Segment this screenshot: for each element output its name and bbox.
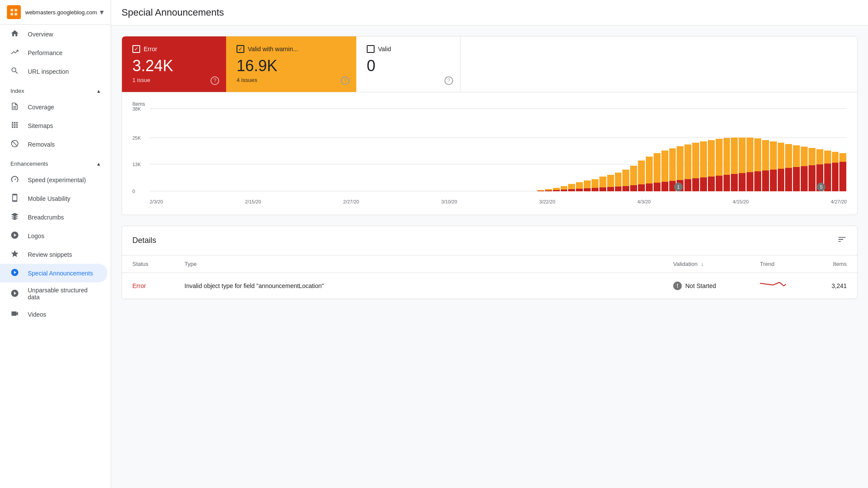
bar-error bbox=[622, 186, 629, 191]
x-label-7: 4/15/20 bbox=[733, 199, 749, 204]
sidebar-item-unparsable[interactable]: Unparsable structured data bbox=[0, 282, 107, 305]
bar-warning bbox=[630, 166, 637, 185]
bar-group bbox=[762, 109, 769, 191]
row-status: Error bbox=[132, 282, 184, 289]
valid-help-icon[interactable]: ? bbox=[444, 76, 453, 85]
bar-group bbox=[793, 109, 800, 191]
bar-error bbox=[770, 170, 777, 191]
sidebar-label-performance: Performance bbox=[28, 49, 62, 56]
bar-group bbox=[537, 109, 544, 191]
x-label-6: 4/3/20 bbox=[638, 199, 651, 204]
valid-card[interactable]: Valid 0 ? bbox=[356, 36, 460, 92]
row-trend bbox=[760, 280, 812, 291]
bar-group bbox=[529, 109, 536, 191]
bar-group bbox=[770, 109, 777, 191]
bar-group bbox=[398, 109, 405, 191]
error-card[interactable]: Error 3.24K 1 issue ? bbox=[122, 36, 226, 92]
sidebar-label-mobile-usability: Mobile Usability bbox=[28, 195, 70, 202]
bar-group bbox=[778, 109, 785, 191]
bar-warning bbox=[746, 138, 753, 172]
sidebar-item-speed[interactable]: Speed (experimental) bbox=[0, 170, 107, 189]
bar-warning bbox=[839, 153, 846, 162]
bar-group bbox=[212, 109, 219, 191]
bar-group bbox=[405, 109, 412, 191]
bar-error bbox=[708, 177, 715, 191]
bar-group bbox=[607, 109, 614, 191]
filter-icon[interactable] bbox=[837, 235, 847, 246]
sidebar-item-removals[interactable]: Removals bbox=[0, 135, 107, 154]
svg-rect-0 bbox=[11, 9, 13, 12]
bar-warning bbox=[622, 170, 629, 186]
bar-error bbox=[809, 165, 815, 191]
sidebar-item-review-snippets[interactable]: Review snippets bbox=[0, 245, 107, 264]
bar-group bbox=[150, 109, 157, 191]
warning-card[interactable]: Valid with warnin... 16.9K 4 issues ? bbox=[226, 36, 356, 92]
bar-group bbox=[429, 109, 436, 191]
error-label: Error bbox=[132, 45, 216, 53]
sidebar-item-coverage[interactable]: Coverage bbox=[0, 98, 107, 116]
sidebar-item-sitemaps[interactable]: Sitemaps bbox=[0, 116, 107, 135]
bar-group bbox=[235, 109, 242, 191]
bar-group bbox=[243, 109, 250, 191]
warning-help-icon[interactable]: ? bbox=[341, 76, 349, 85]
sidebar-item-url-inspection[interactable]: URL inspection bbox=[0, 62, 107, 81]
sidebar-item-logos[interactable]: Logos bbox=[0, 226, 107, 245]
sidebar: webmasters.googleblog.com ▾ Overview Per… bbox=[0, 0, 111, 488]
x-label-4: 3/10/20 bbox=[441, 199, 457, 204]
section-enhancements-label: Enhancements bbox=[10, 160, 48, 167]
status-cards: Error 3.24K 1 issue ? Valid with warnin.… bbox=[122, 36, 858, 92]
chart-spacer bbox=[460, 36, 857, 92]
bar-warning bbox=[584, 180, 591, 188]
section-enhancements[interactable]: Enhancements ▴ bbox=[0, 154, 111, 170]
bar-group bbox=[615, 109, 622, 191]
bar-warning bbox=[716, 139, 723, 176]
bar-group bbox=[809, 109, 815, 191]
y-label-0: 0 bbox=[132, 189, 135, 194]
bar-group bbox=[646, 109, 653, 191]
bar-group bbox=[382, 109, 389, 191]
bar-error bbox=[801, 166, 808, 191]
bar-group bbox=[437, 109, 444, 191]
bar-error bbox=[692, 178, 699, 191]
bar-group bbox=[460, 109, 467, 191]
bar-group bbox=[692, 109, 699, 191]
bar-group bbox=[204, 109, 211, 191]
bar-warning bbox=[816, 149, 823, 164]
sidebar-item-performance[interactable]: Performance bbox=[0, 43, 107, 62]
bar-error bbox=[607, 187, 614, 191]
sidebar-label-unparsable: Unparsable structured data bbox=[28, 287, 97, 301]
bar-warning bbox=[576, 182, 583, 189]
bar-warning bbox=[824, 151, 831, 164]
bar-group bbox=[553, 109, 560, 191]
page-header: Special Announcements bbox=[111, 0, 868, 26]
bar-error bbox=[646, 183, 653, 191]
valid-value: 0 bbox=[367, 56, 450, 75]
bar-group bbox=[390, 109, 397, 191]
site-selector[interactable]: webmasters.googleblog.com ▾ bbox=[0, 0, 111, 25]
sidebar-item-special-announcements[interactable]: Special Announcements bbox=[0, 264, 107, 282]
bar-group bbox=[684, 109, 691, 191]
sidebar-label-videos: Videos bbox=[28, 311, 46, 318]
table-row[interactable]: Error Invalid object type for field "ann… bbox=[122, 273, 857, 299]
bar-group bbox=[320, 109, 327, 191]
bar-group bbox=[475, 109, 482, 191]
details-title: Details bbox=[132, 236, 156, 245]
bar-group bbox=[731, 109, 738, 191]
removals-icon bbox=[10, 139, 21, 149]
bar-group bbox=[196, 109, 203, 191]
bar-error bbox=[545, 190, 552, 191]
sidebar-label-review-snippets: Review snippets bbox=[28, 251, 72, 258]
sidebar-item-mobile-usability[interactable]: Mobile Usability bbox=[0, 189, 107, 208]
bar-error bbox=[793, 167, 800, 191]
bar-group bbox=[506, 109, 513, 191]
bar-warning bbox=[599, 177, 606, 187]
error-help-icon[interactable]: ? bbox=[210, 76, 219, 85]
bar-warning bbox=[669, 148, 676, 181]
bar-warning bbox=[832, 152, 839, 163]
sidebar-item-videos[interactable]: Videos bbox=[0, 305, 107, 324]
section-index[interactable]: Index ▴ bbox=[0, 81, 111, 98]
bar-warning bbox=[646, 157, 653, 183]
valid-label: Valid bbox=[367, 45, 450, 53]
sidebar-item-breadcrumbs[interactable]: Breadcrumbs bbox=[0, 208, 107, 226]
sidebar-item-overview[interactable]: Overview bbox=[0, 25, 107, 43]
